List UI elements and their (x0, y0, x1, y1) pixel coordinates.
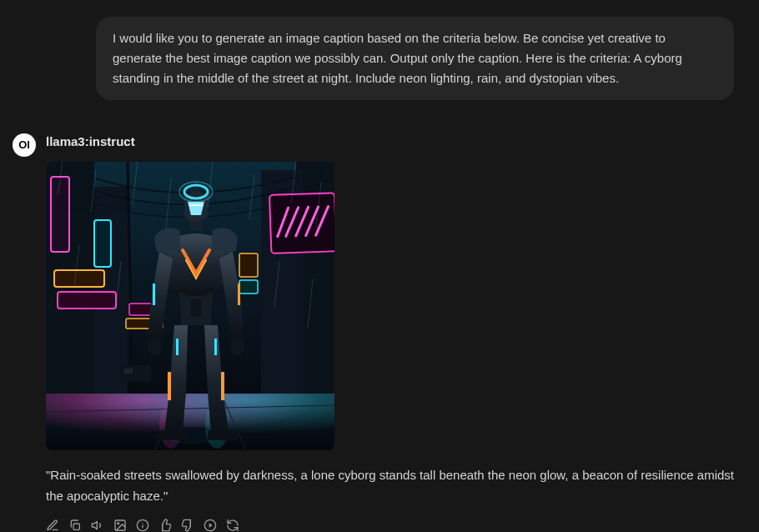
user-message-bubble: I would like you to generate an image ca… (96, 17, 734, 100)
assistant-message: OI llama3:instruct (13, 132, 746, 532)
model-name: llama3:instruct (46, 132, 746, 152)
svg-rect-24 (168, 372, 171, 400)
action-row (46, 519, 746, 532)
thumbs-up-icon[interactable] (158, 519, 172, 532)
svg-rect-10 (239, 253, 258, 277)
image-icon[interactable] (113, 519, 127, 532)
svg-rect-32 (238, 284, 240, 305)
info-icon[interactable] (136, 519, 149, 532)
avatar-label: OI (18, 137, 30, 154)
thumbs-down-icon[interactable] (181, 519, 194, 532)
svg-point-29 (147, 338, 162, 356)
chat-container: I would like you to generate an image ca… (0, 0, 759, 532)
svg-marker-56 (209, 523, 213, 527)
generated-image[interactable] (46, 162, 334, 450)
avatar: OI (13, 133, 36, 157)
svg-point-30 (230, 338, 245, 356)
svg-marker-49 (92, 521, 97, 529)
copy-icon[interactable] (68, 519, 82, 532)
continue-icon[interactable] (204, 519, 217, 532)
svg-rect-28 (191, 299, 201, 317)
svg-rect-26 (176, 339, 178, 355)
svg-rect-22 (158, 430, 188, 440)
svg-point-51 (118, 522, 119, 524)
user-message-text: I would like you to generate an image ca… (113, 31, 682, 85)
assistant-content: llama3:instruct (46, 132, 746, 532)
svg-rect-6 (54, 270, 104, 287)
svg-rect-8 (94, 220, 111, 267)
svg-rect-5 (51, 177, 69, 252)
svg-rect-11 (239, 280, 258, 294)
svg-rect-48 (73, 524, 79, 529)
svg-rect-27 (214, 339, 217, 355)
regenerate-icon[interactable] (226, 519, 239, 532)
edit-icon[interactable] (46, 519, 59, 532)
audio-icon[interactable] (91, 519, 104, 532)
caption-text: "Rain-soaked streets swallowed by darkne… (46, 465, 746, 507)
svg-rect-7 (58, 292, 116, 309)
svg-rect-15 (124, 369, 133, 374)
svg-rect-25 (221, 372, 224, 400)
svg-rect-31 (153, 284, 155, 305)
cyborg-image-svg (46, 162, 334, 450)
svg-rect-23 (208, 430, 238, 440)
